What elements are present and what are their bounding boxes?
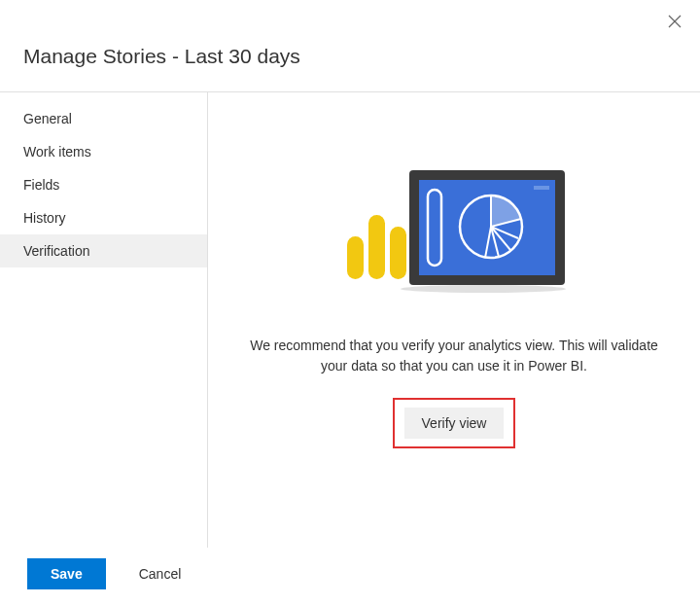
dialog-footer: Save Cancel [27,558,200,589]
svg-rect-8 [534,186,549,190]
dialog-header: Manage Stories - Last 30 days [0,0,700,91]
sidebar-item-label: Verification [23,243,89,259]
save-button[interactable]: Save [27,558,106,589]
sidebar-item-label: General [23,111,72,126]
page-title: Manage Stories - Last 30 days [23,45,677,68]
recommendation-text: We recommend that you verify your analyt… [245,336,663,376]
sidebar-item-label: Fields [23,177,59,193]
analytics-tablet-illustration [337,160,571,297]
svg-point-7 [401,285,566,293]
sidebar-item-fields[interactable]: Fields [0,168,207,201]
sidebar-item-verification[interactable]: Verification [0,234,207,267]
cancel-button[interactable]: Cancel [120,558,201,589]
sidebar-item-label: Work items [23,144,91,160]
sidebar-item-label: History [23,210,66,226]
dialog-body: General Work items Fields History Verifi… [0,92,700,548]
close-icon[interactable] [665,12,684,31]
svg-rect-3 [368,215,385,279]
svg-rect-4 [390,227,406,279]
svg-rect-2 [347,236,364,279]
verify-highlight-box: Verify view [393,398,516,448]
sidebar-item-history[interactable]: History [0,201,207,234]
sidebar: General Work items Fields History Verifi… [0,92,208,548]
sidebar-item-work-items[interactable]: Work items [0,135,207,168]
svg-rect-6 [419,180,555,275]
main-content: We recommend that you verify your analyt… [208,92,700,548]
sidebar-item-general[interactable]: General [0,102,207,135]
verify-view-button[interactable]: Verify view [404,408,505,439]
